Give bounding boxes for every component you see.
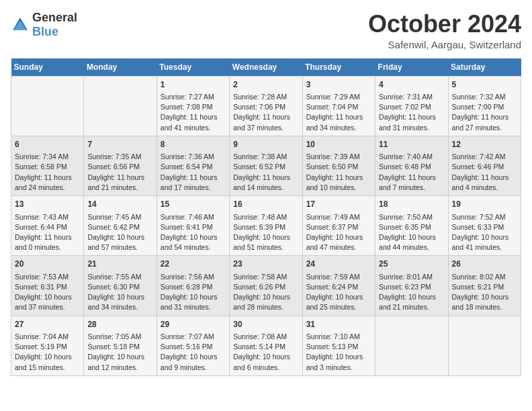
cell-text: Daylight: 10 hours and 3 minutes. bbox=[306, 352, 371, 372]
cell-text: Daylight: 10 hours and 18 minutes. bbox=[452, 292, 517, 312]
day-number: 11 bbox=[379, 139, 444, 150]
day-number: 20 bbox=[15, 259, 80, 270]
cell-text: Sunrise: 7:59 AM bbox=[306, 272, 371, 282]
cell-text: Sunrise: 7:07 AM bbox=[161, 332, 226, 342]
cell-text: Daylight: 11 hours and 14 minutes. bbox=[233, 173, 298, 193]
cell-text: Sunrise: 7:45 AM bbox=[87, 212, 152, 222]
cell-text: Daylight: 11 hours and 0 minutes. bbox=[15, 232, 80, 253]
day-header-sunday: Sunday bbox=[11, 58, 84, 77]
cell-text: Sunset: 6:58 PM bbox=[15, 162, 80, 172]
day-number: 4 bbox=[379, 79, 444, 91]
day-number: 25 bbox=[379, 259, 444, 270]
calendar-cell: 26Sunrise: 8:02 AMSunset: 6:21 PMDayligh… bbox=[448, 256, 521, 316]
week-row-3: 13Sunrise: 7:43 AMSunset: 6:44 PMDayligh… bbox=[11, 196, 521, 256]
day-number: 18 bbox=[379, 199, 444, 210]
cell-text: Sunset: 6:30 PM bbox=[87, 282, 152, 292]
cell-text: Daylight: 10 hours and 34 minutes. bbox=[87, 292, 152, 312]
cell-text: Sunrise: 7:43 AM bbox=[15, 212, 80, 222]
day-number: 3 bbox=[306, 79, 371, 91]
cell-text: Daylight: 10 hours and 57 minutes. bbox=[87, 232, 152, 253]
cell-text: Sunrise: 7:27 AM bbox=[161, 92, 226, 102]
day-number: 13 bbox=[15, 199, 80, 210]
calendar-cell: 15Sunrise: 7:46 AMSunset: 6:41 PMDayligh… bbox=[157, 196, 229, 256]
week-row-5: 27Sunrise: 7:04 AMSunset: 5:19 PMDayligh… bbox=[11, 316, 521, 375]
cell-text: Daylight: 11 hours and 31 minutes. bbox=[379, 112, 444, 132]
cell-text: Sunset: 6:52 PM bbox=[233, 162, 298, 172]
month-title: October 2024 bbox=[368, 11, 521, 38]
cell-text: Sunset: 6:50 PM bbox=[306, 162, 371, 172]
cell-text: Sunset: 6:26 PM bbox=[233, 282, 298, 292]
cell-text: Daylight: 11 hours and 21 minutes. bbox=[87, 173, 152, 193]
logo: General Blue bbox=[11, 11, 77, 39]
day-number: 2 bbox=[233, 79, 298, 91]
day-number: 29 bbox=[161, 319, 226, 330]
calendar-cell bbox=[11, 76, 84, 136]
cell-text: Daylight: 11 hours and 41 minutes. bbox=[161, 112, 226, 132]
day-header-wednesday: Wednesday bbox=[230, 58, 302, 77]
cell-text: Sunset: 6:37 PM bbox=[306, 222, 371, 232]
calendar-cell: 17Sunrise: 7:49 AMSunset: 6:37 PMDayligh… bbox=[302, 196, 375, 256]
cell-text: Sunset: 6:35 PM bbox=[379, 222, 444, 232]
cell-text: Sunset: 5:14 PM bbox=[233, 342, 298, 352]
cell-text: Sunset: 7:06 PM bbox=[233, 102, 298, 112]
cell-text: Daylight: 10 hours and 41 minutes. bbox=[452, 232, 517, 253]
calendar-cell: 12Sunrise: 7:42 AMSunset: 6:46 PMDayligh… bbox=[448, 136, 521, 195]
cell-text: Sunset: 6:23 PM bbox=[379, 282, 444, 292]
cell-text: Sunrise: 7:56 AM bbox=[161, 272, 226, 282]
day-header-tuesday: Tuesday bbox=[157, 58, 229, 77]
cell-text: Sunset: 6:39 PM bbox=[233, 222, 298, 232]
calendar-cell: 3Sunrise: 7:29 AMSunset: 7:04 PMDaylight… bbox=[302, 76, 375, 136]
day-number: 19 bbox=[452, 199, 517, 210]
day-number: 16 bbox=[233, 199, 298, 210]
day-header-saturday: Saturday bbox=[448, 58, 521, 77]
day-number: 9 bbox=[233, 139, 298, 150]
cell-text: Sunset: 6:42 PM bbox=[87, 222, 152, 232]
day-number: 1 bbox=[161, 79, 226, 91]
day-number: 22 bbox=[161, 259, 226, 270]
cell-text: Daylight: 11 hours and 7 minutes. bbox=[379, 173, 444, 193]
cell-text: Daylight: 11 hours and 4 minutes. bbox=[452, 173, 517, 193]
cell-text: Sunrise: 7:05 AM bbox=[87, 332, 152, 342]
logo-icon bbox=[11, 15, 30, 34]
day-number: 27 bbox=[15, 319, 80, 330]
cell-text: Sunset: 7:08 PM bbox=[161, 102, 226, 112]
cell-text: Daylight: 11 hours and 10 minutes. bbox=[306, 173, 371, 193]
calendar-cell: 5Sunrise: 7:32 AMSunset: 7:00 PMDaylight… bbox=[448, 76, 521, 136]
calendar-cell: 25Sunrise: 8:01 AMSunset: 6:23 PMDayligh… bbox=[375, 256, 448, 316]
cell-text: Sunrise: 7:58 AM bbox=[233, 272, 298, 282]
calendar-cell: 11Sunrise: 7:40 AMSunset: 6:48 PMDayligh… bbox=[375, 136, 448, 195]
cell-text: Sunrise: 7:55 AM bbox=[87, 272, 152, 282]
title-block: October 2024 Safenwil, Aargau, Switzerla… bbox=[368, 11, 521, 50]
cell-text: Daylight: 10 hours and 31 minutes. bbox=[161, 292, 226, 312]
cell-text: Sunset: 6:48 PM bbox=[379, 162, 444, 172]
calendar-cell: 4Sunrise: 7:31 AMSunset: 7:02 PMDaylight… bbox=[375, 76, 448, 136]
cell-text: Daylight: 10 hours and 9 minutes. bbox=[161, 352, 226, 372]
cell-text: Sunset: 6:33 PM bbox=[452, 222, 517, 232]
cell-text: Sunrise: 7:08 AM bbox=[233, 332, 298, 342]
cell-text: Sunrise: 7:36 AM bbox=[161, 152, 226, 162]
cell-text: Sunset: 6:41 PM bbox=[161, 222, 226, 232]
calendar-cell: 16Sunrise: 7:48 AMSunset: 6:39 PMDayligh… bbox=[230, 196, 302, 256]
calendar-cell bbox=[84, 76, 157, 136]
calendar-cell bbox=[375, 316, 448, 375]
cell-text: Sunrise: 7:28 AM bbox=[233, 92, 298, 102]
calendar-cell: 23Sunrise: 7:58 AMSunset: 6:26 PMDayligh… bbox=[230, 256, 302, 316]
cell-text: Daylight: 10 hours and 54 minutes. bbox=[161, 232, 226, 253]
cell-text: Sunrise: 7:39 AM bbox=[306, 152, 371, 162]
cell-text: Daylight: 11 hours and 17 minutes. bbox=[161, 173, 226, 193]
day-number: 5 bbox=[452, 79, 517, 91]
header-row: SundayMondayTuesdayWednesdayThursdayFrid… bbox=[11, 58, 521, 77]
cell-text: Sunset: 6:24 PM bbox=[306, 282, 371, 292]
day-number: 26 bbox=[452, 259, 517, 270]
location: Safenwil, Aargau, Switzerland bbox=[368, 39, 521, 50]
calendar-cell: 27Sunrise: 7:04 AMSunset: 5:19 PMDayligh… bbox=[11, 316, 84, 375]
calendar-cell: 18Sunrise: 7:50 AMSunset: 6:35 PMDayligh… bbox=[375, 196, 448, 256]
cell-text: Sunrise: 7:31 AM bbox=[379, 92, 444, 102]
day-number: 8 bbox=[161, 139, 226, 150]
calendar-cell bbox=[448, 316, 521, 375]
week-row-1: 1Sunrise: 7:27 AMSunset: 7:08 PMDaylight… bbox=[11, 76, 521, 136]
day-number: 15 bbox=[161, 199, 226, 210]
cell-text: Sunset: 5:13 PM bbox=[306, 342, 371, 352]
cell-text: Daylight: 10 hours and 6 minutes. bbox=[233, 352, 298, 372]
day-header-thursday: Thursday bbox=[302, 58, 375, 77]
